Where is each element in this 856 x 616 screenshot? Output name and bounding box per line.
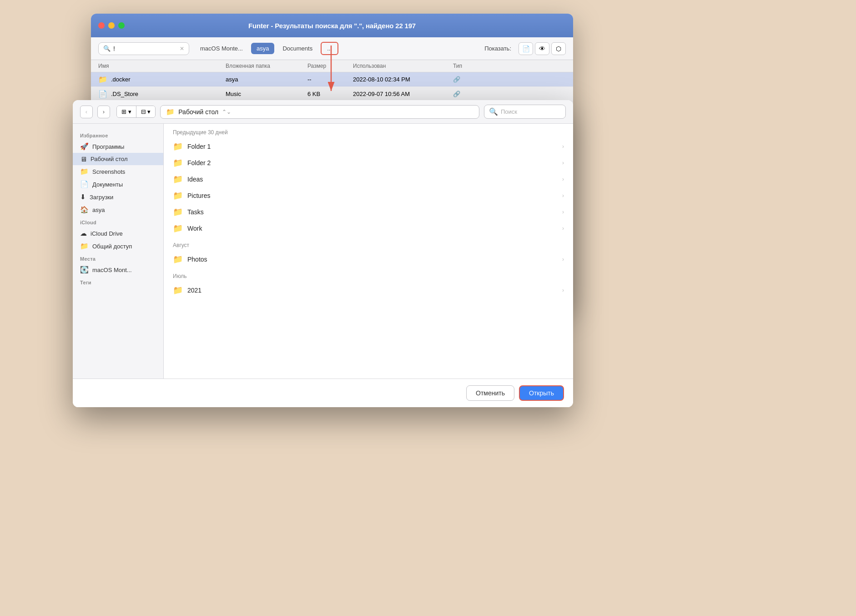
show-label: Показать:: [484, 45, 511, 52]
back-button[interactable]: ‹: [80, 106, 93, 118]
show-3d-icon[interactable]: ⬡: [551, 42, 566, 55]
window-title: Funter - Результаты поиска для ".", найд…: [248, 22, 416, 30]
icloud-icon: ☁: [80, 229, 87, 237]
col-name: Имя: [98, 63, 226, 69]
folder-item-ideas[interactable]: 📁 Ideas ›: [164, 171, 573, 187]
maximize-button[interactable]: [118, 22, 125, 29]
folder-icon: 📁: [173, 223, 183, 233]
sidebar-item-label: Программы: [92, 143, 124, 150]
folder-icon: 📁: [173, 174, 183, 184]
sidebar-item-label: Загрузки: [90, 194, 113, 201]
tab-more[interactable]: ...: [321, 42, 338, 55]
folder-icon: 📁: [173, 158, 183, 168]
places-section-label: Места: [73, 252, 163, 263]
column-view-button[interactable]: ⊞ ▾: [117, 106, 136, 117]
dialog-search[interactable]: 🔍 Поиск: [484, 105, 566, 119]
file-type: 🔗: [453, 91, 508, 97]
sidebar-item-screenshots[interactable]: 📁 Screenshots: [73, 165, 163, 178]
grid-view-button[interactable]: ⊟ ▾: [136, 106, 156, 117]
section-header-august: Август: [164, 237, 573, 251]
sidebar-item-downloads[interactable]: ⬇ Загрузки: [73, 191, 163, 203]
funter-toolbar: 🔍 ! ✕ macOS Monte... asya Documents ... …: [91, 37, 573, 60]
icloud-section-label: iCloud: [73, 216, 163, 227]
sidebar-item-documents[interactable]: 📄 Документы: [73, 178, 163, 191]
folder-name: Photos: [187, 256, 562, 263]
home-icon: 🏠: [80, 206, 89, 214]
dialog-body: Избранное 🚀 Программы 🖥 Рабочий стол 📁 S…: [73, 124, 573, 379]
dialog-sidebar: Избранное 🚀 Программы 🖥 Рабочий стол 📁 S…: [73, 124, 164, 379]
file-icon: 📄: [98, 90, 107, 98]
file-used: 2022-09-07 10:56 AM: [353, 91, 453, 97]
folder-icon: 📁: [173, 207, 183, 217]
folder-item-work[interactable]: 📁 Work ›: [164, 220, 573, 237]
location-chevron-icon: ⌃⌄: [222, 109, 231, 115]
tab-documents[interactable]: Documents: [277, 43, 318, 54]
table-header: Имя Вложенная папка Размер Использован Т…: [91, 60, 573, 72]
sidebar-item-macos[interactable]: 💽 macOS Mont...: [73, 263, 163, 276]
documents-icon: 📄: [80, 180, 89, 188]
sidebar-item-icloud-drive[interactable]: ☁ iCloud Drive: [73, 227, 163, 240]
show-hidden-icon[interactable]: 👁: [535, 42, 549, 55]
shared-icon: 📁: [80, 242, 89, 250]
cancel-button[interactable]: Отменить: [466, 385, 514, 401]
sidebar-item-label: Документы: [92, 181, 123, 188]
folder-item-pictures[interactable]: 📁 Pictures ›: [164, 187, 573, 204]
search-input[interactable]: !: [113, 45, 177, 52]
table-row[interactable]: 📁.docker asya -- 2022-08-10 02:34 PM 🔗: [91, 72, 573, 87]
sidebar-item-label: Screenshots: [92, 168, 125, 175]
file-folder: Music: [226, 91, 307, 97]
search-placeholder: Поиск: [501, 108, 517, 115]
sidebar-item-label: iCloud Drive: [91, 230, 123, 237]
folder-name: Folder 1: [187, 143, 562, 150]
file-name: .docker: [111, 76, 131, 83]
file-used: 2022-08-10 02:34 PM: [353, 76, 453, 83]
sidebar-item-shared[interactable]: 📁 Общий доступ: [73, 240, 163, 252]
folder-icon: 📁: [173, 141, 183, 151]
funter-titlebar: Funter - Результаты поиска для ".", найд…: [91, 14, 573, 37]
location-bar[interactable]: 📁 Рабочий стол ⌃⌄: [160, 105, 479, 119]
chevron-right-icon: ›: [562, 225, 564, 232]
folder-icon: 📁: [173, 285, 183, 295]
section-header-30days: Предыдущие 30 дней: [164, 124, 573, 138]
col-size: Размер: [307, 63, 353, 69]
downloads-icon: ⬇: [80, 193, 86, 201]
desktop-icon: 🖥: [80, 155, 87, 163]
chevron-right-icon: ›: [562, 287, 564, 293]
search-icon: 🔍: [489, 107, 498, 116]
favorites-section-label: Избранное: [73, 129, 163, 140]
sidebar-item-asya[interactable]: 🏠 asya: [73, 203, 163, 216]
dialog-toolbar: ‹ › ⊞ ▾ ⊟ ▾ 📁 Рабочий стол ⌃⌄ 🔍 Поиск: [73, 100, 573, 124]
sidebar-item-programs[interactable]: 🚀 Программы: [73, 140, 163, 153]
table-row[interactable]: 📄.DS_Store Music 6 KB 2022-09-07 10:56 A…: [91, 87, 573, 101]
folder-name: Pictures: [187, 192, 562, 199]
search-clear-icon[interactable]: ✕: [180, 45, 184, 52]
col-type: Тип: [453, 63, 508, 69]
location-tabs: macOS Monte... asya Documents ...: [195, 42, 475, 55]
forward-button[interactable]: ›: [97, 106, 110, 118]
location-name: Рабочий стол: [178, 108, 218, 116]
file-folder: asya: [226, 76, 307, 83]
chevron-right-icon: ›: [562, 160, 564, 166]
col-used: Использован: [353, 63, 453, 69]
show-files-icon[interactable]: 📄: [519, 42, 533, 55]
tab-macos[interactable]: macOS Monte...: [195, 43, 248, 54]
folder-item-2021[interactable]: 📁 2021 ›: [164, 282, 573, 298]
dialog-main: Предыдущие 30 дней 📁 Folder 1 › 📁 Folder…: [164, 124, 573, 379]
sidebar-item-label: asya: [92, 207, 105, 213]
tab-asya[interactable]: asya: [251, 43, 274, 54]
folder-item-folder2[interactable]: 📁 Folder 2 ›: [164, 155, 573, 171]
view-buttons: ⊞ ▾ ⊟ ▾: [116, 106, 156, 118]
folder-item-photos[interactable]: 📁 Photos ›: [164, 251, 573, 268]
file-name: .DS_Store: [111, 91, 138, 97]
folder-item-tasks[interactable]: 📁 Tasks ›: [164, 204, 573, 220]
minimize-button[interactable]: [108, 22, 115, 29]
dialog-footer: Отменить Открыть: [73, 379, 573, 407]
sidebar-item-desktop[interactable]: 🖥 Рабочий стол: [73, 153, 163, 165]
search-box[interactable]: 🔍 ! ✕: [98, 42, 189, 55]
open-button[interactable]: Открыть: [519, 385, 564, 401]
file-size: 6 KB: [307, 91, 353, 97]
folder-name: Work: [187, 225, 562, 232]
folder-item-folder1[interactable]: 📁 Folder 1 ›: [164, 138, 573, 155]
traffic-lights: [98, 22, 125, 29]
close-button[interactable]: [98, 22, 105, 29]
